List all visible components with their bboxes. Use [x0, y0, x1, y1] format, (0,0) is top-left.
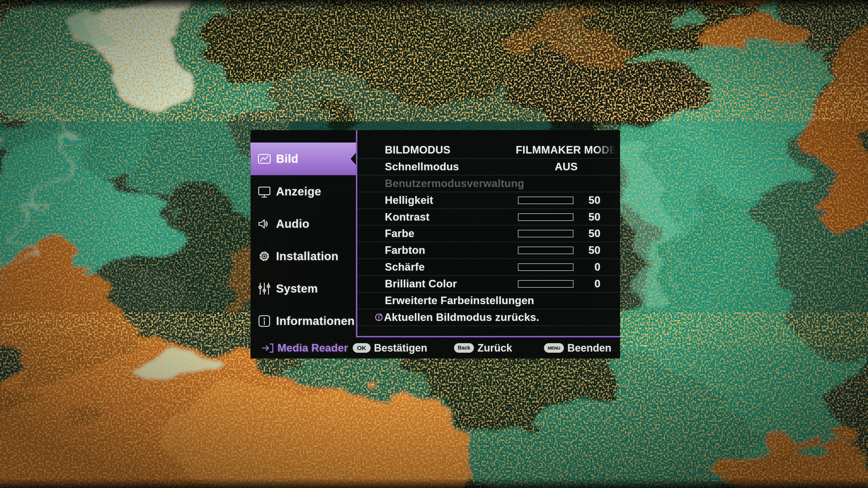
settings-panel: BILDMODUS FILMMAKER MODE Schnellmodus AU… [356, 130, 620, 337]
setting-value: 0 [594, 278, 600, 290]
setting-row-bildmodus[interactable]: BILDMODUS FILMMAKER MODE [357, 142, 620, 159]
info-icon [257, 314, 272, 328]
reset-icon [374, 313, 383, 322]
osd-menu-main: Bild Anzeige Audio [251, 130, 620, 337]
bottom-bar: Media Reader OK Bestätigen Back Zurück M… [251, 337, 620, 358]
sidebar-item-label: System [276, 282, 318, 295]
gear-icon [257, 249, 272, 263]
setting-label: Farbe [385, 228, 414, 240]
sidebar-item-label: Bild [276, 152, 298, 165]
sidebar-item-label: Informationen [276, 315, 355, 328]
sidebar-item-anzeige[interactable]: Anzeige [251, 175, 356, 207]
sidebar-item-informationen[interactable]: Informationen [251, 305, 356, 337]
media-reader-label: Media Reader [277, 342, 348, 354]
setting-row-farbe[interactable]: Farbe 50 [357, 226, 620, 242]
hint-label: Bestätigen [374, 342, 427, 354]
setting-value: 50 [589, 211, 600, 223]
setting-label: Brilliant Color [385, 278, 457, 290]
setting-label: Benutzermodusverwaltung [385, 177, 524, 190]
sidebar-item-audio[interactable]: Audio [251, 207, 356, 240]
setting-value: FILMMAKER MODE [513, 144, 620, 156]
picture-icon [257, 152, 272, 166]
setting-row-kontrast[interactable]: Kontrast 50 [357, 209, 620, 226]
sliders-icon [257, 282, 272, 295]
setting-value: 50 [589, 228, 600, 240]
hint-menu: MENU Beenden [544, 342, 611, 354]
sidebar: Bild Anzeige Audio [251, 130, 356, 337]
farbton-slider[interactable] [518, 247, 574, 254]
setting-label: Kontrast [385, 211, 430, 223]
setting-row-helligkeit[interactable]: Helligkeit 50 [357, 192, 620, 209]
brilliant-color-slider[interactable] [518, 280, 574, 288]
osd-menu: Bild Anzeige Audio [251, 130, 620, 358]
setting-label: Schnellmodus [385, 161, 459, 173]
setting-label: BILDMODUS [385, 144, 451, 156]
setting-label: Farbton [385, 244, 425, 256]
setting-row-schnellmodus[interactable]: Schnellmodus AUS [357, 159, 620, 175]
helligkeit-slider[interactable] [518, 197, 574, 204]
hint-back: Back Zurück [454, 342, 512, 354]
hint-label: Zurück [477, 342, 512, 354]
sidebar-item-bild[interactable]: Bild [251, 142, 356, 175]
sidebar-item-installation[interactable]: Installation [251, 240, 356, 272]
sidebar-item-system[interactable]: System [251, 272, 356, 305]
kontrast-slider[interactable] [518, 214, 574, 221]
speaker-icon [257, 217, 272, 231]
schaerfe-slider[interactable] [518, 263, 574, 271]
setting-label: Erweiterte Farbeinstellungen [385, 295, 534, 307]
hint-ok: OK Bestätigen [353, 342, 427, 354]
setting-value: AUS [513, 161, 620, 173]
setting-value: 50 [589, 244, 600, 256]
setting-row-erweiterte-farbeinstellungen[interactable]: Erweiterte Farbeinstellungen [357, 293, 620, 310]
back-key-badge: Back [454, 343, 474, 353]
setting-row-schaerfe[interactable]: Schärfe 0 [357, 259, 620, 276]
ok-key-badge: OK [353, 343, 371, 353]
setting-row-bildmodus-reset[interactable]: Aktuellen Bildmodus zurücks. [357, 310, 620, 326]
setting-row-brilliant-color[interactable]: Brilliant Color 0 [357, 276, 620, 293]
setting-label: Helligkeit [385, 194, 433, 206]
screen: Bild Anzeige Audio [0, 0, 868, 488]
setting-label: Schärfe [385, 261, 425, 273]
monitor-icon [257, 185, 272, 198]
sidebar-item-label: Installation [276, 250, 339, 263]
media-reader-item[interactable]: Media Reader [261, 342, 348, 354]
farbe-slider[interactable] [518, 230, 574, 237]
hint-label: Beenden [567, 342, 611, 354]
setting-row-farbton[interactable]: Farbton 50 [357, 242, 620, 259]
setting-row-benutzermodusverwaltung: Benutzermodusverwaltung [357, 175, 620, 192]
setting-label: Aktuellen Bildmodus zurücks. [384, 312, 539, 324]
sidebar-item-label: Anzeige [276, 185, 321, 198]
menu-key-badge: MENU [544, 343, 564, 353]
sidebar-item-label: Audio [276, 218, 309, 230]
setting-value: 50 [589, 194, 600, 206]
setting-value: 0 [594, 261, 600, 273]
enter-arrow-icon [261, 343, 274, 353]
